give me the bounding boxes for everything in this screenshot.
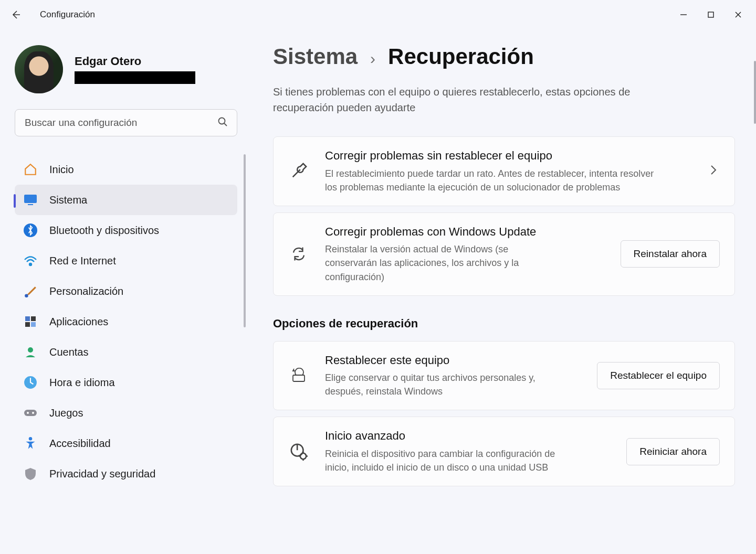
svg-point-18 [27,412,29,414]
svg-rect-11 [25,316,30,321]
wrench-icon [288,162,309,180]
sidebar-item-bluetooth[interactable]: Bluetooth y dispositivos [15,215,237,246]
avatar [15,45,63,93]
content-scrollbar[interactable] [754,61,756,124]
svg-point-4 [219,118,225,124]
card-desc: El restablecimiento puede tardar un rato… [325,167,661,194]
apps-icon [23,314,38,329]
bluetooth-icon [23,223,38,238]
sidebar: Edgar Otero Inicio Sistema Blue [0,29,252,554]
sidebar-item-label: Red e Internet [49,255,116,267]
svg-rect-13 [25,322,30,327]
window-title: Configuración [40,9,95,20]
minimize-button[interactable] [670,4,697,25]
sidebar-item-inicio[interactable]: Inicio [15,154,237,185]
svg-point-19 [32,412,34,414]
svg-rect-14 [31,322,36,327]
gamepad-icon [23,406,38,420]
svg-rect-21 [293,375,304,381]
card-desc: Reinstalar la versión actual de Windows … [325,242,545,283]
profile-email-redacted [75,71,195,84]
chevron-right-icon [709,164,720,178]
svg-point-24 [300,453,306,459]
breadcrumb: Sistema › Recuperación [273,44,735,69]
profile-name: Edgar Otero [75,55,195,68]
maximize-icon [707,11,715,18]
card-fix-without-reset[interactable]: Corregir problemas sin restablecer el eq… [273,136,735,206]
sidebar-item-personalizacion[interactable]: Personalización [15,276,237,306]
nav: Inicio Sistema Bluetooth y dispositivos … [15,154,237,489]
content: Sistema › Recuperación Si tienes problem… [252,29,756,554]
svg-rect-1 [708,12,713,17]
svg-point-20 [29,437,33,441]
sidebar-item-juegos[interactable]: Juegos [15,398,237,428]
svg-point-15 [28,347,33,353]
sidebar-item-red[interactable]: Red e Internet [15,246,237,276]
sidebar-item-aplicaciones[interactable]: Aplicaciones [15,306,237,337]
sidebar-item-label: Sistema [49,194,87,206]
sidebar-item-label: Inicio [49,164,74,176]
sidebar-item-label: Cuentas [49,346,89,358]
card-title: Corregir problemas con Windows Update [325,225,605,240]
brush-icon [23,284,38,299]
sidebar-item-cuentas[interactable]: Cuentas [15,337,237,367]
close-icon [734,11,742,18]
sidebar-item-privacidad[interactable]: Privacidad y seguridad [15,459,237,489]
search-box [15,109,237,136]
search-input[interactable] [15,109,237,136]
search-icon [217,116,228,129]
svg-rect-12 [31,316,36,321]
reset-pc-button[interactable]: Restablecer el equipo [597,362,720,389]
wifi-icon [23,253,38,268]
titlebar: Configuración [0,0,756,29]
window-controls [670,4,752,25]
home-icon [23,162,38,177]
svg-rect-6 [24,195,37,203]
close-button[interactable] [724,4,752,25]
card-desc: Reinicia el dispositivo para cambiar la … [325,447,577,474]
arrow-left-icon [10,9,21,20]
page-title: Recuperación [388,44,534,69]
svg-point-9 [29,263,32,265]
chevron-right-icon: › [370,50,375,68]
card-title: Restablecer este equipo [325,353,581,368]
maximize-button[interactable] [697,4,724,25]
sidebar-item-label: Accesibilidad [49,438,111,450]
svg-rect-17 [24,410,37,416]
section-title-recovery-options: Opciones de recuperación [273,317,735,331]
power-gear-icon [288,443,309,461]
card-windows-update-fix: Corregir problemas con Windows Update Re… [273,212,735,296]
system-icon [23,193,38,207]
card-desc: Elige conservar o quitar tus archivos pe… [325,371,545,398]
profile-block[interactable]: Edgar Otero [15,36,237,109]
sidebar-item-label: Aplicaciones [49,316,108,328]
svg-rect-7 [28,204,33,205]
card-advanced-startup: Inicio avanzado Reinicia el dispositivo … [273,417,735,486]
sidebar-item-label: Personalización [49,285,123,297]
clock-globe-icon [23,375,38,390]
sidebar-item-label: Bluetooth y dispositivos [49,225,159,237]
page-subtitle: Si tienes problemas con el equipo o quie… [273,84,693,115]
restart-now-button[interactable]: Reiniciar ahora [626,438,720,465]
person-icon [23,345,38,359]
shield-icon [23,466,38,481]
sidebar-item-hora[interactable]: Hora e idioma [15,367,237,398]
sidebar-item-label: Privacidad y seguridad [49,468,155,480]
card-title: Corregir problemas sin restablecer el eq… [325,148,694,164]
sidebar-item-label: Hora e idioma [49,377,115,389]
reset-pc-icon [288,368,309,383]
sidebar-item-sistema[interactable]: Sistema [15,185,237,215]
card-reset-pc: Restablecer este equipo Elige conservar … [273,341,735,411]
sync-icon [288,246,309,262]
breadcrumb-parent[interactable]: Sistema [273,44,358,69]
sidebar-item-label: Juegos [49,407,83,419]
nav-selected-accent [14,194,16,208]
sidebar-item-accesibilidad[interactable]: Accesibilidad [15,428,237,459]
back-button[interactable] [4,3,27,26]
svg-point-10 [25,294,28,297]
reinstall-now-button[interactable]: Reinstalar ahora [621,240,720,268]
minimize-icon [680,11,687,18]
card-title: Inicio avanzado [325,429,611,444]
nav-scrollbar[interactable] [244,154,246,327]
accessibility-icon [23,436,38,451]
